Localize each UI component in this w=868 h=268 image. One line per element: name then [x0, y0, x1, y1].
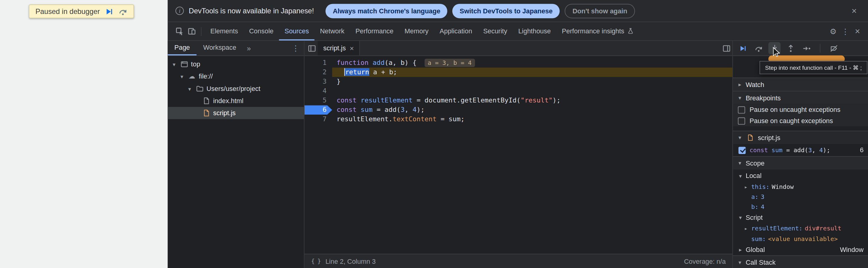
- scope-global-group[interactable]: ▸ Global Window: [733, 244, 868, 255]
- scope-local-group[interactable]: ▾ Local: [733, 170, 868, 182]
- expand-arrow-icon[interactable]: ▸: [743, 184, 749, 190]
- breakpoint-checkbox[interactable]: [738, 146, 746, 154]
- scope-section-header[interactable]: ▾ Scope: [733, 156, 868, 170]
- collapse-arrow-icon[interactable]: ▾: [737, 173, 743, 179]
- infobar-close-icon[interactable]: ×: [848, 5, 860, 17]
- expand-arrow-icon[interactable]: ▾: [171, 61, 177, 67]
- dont-show-again-button[interactable]: Don't show again: [565, 4, 635, 18]
- pause-uncaught-exceptions-row[interactable]: Pause on uncaught exceptions: [733, 104, 868, 116]
- collapse-arrow-icon[interactable]: ▾: [737, 135, 743, 141]
- tab-security[interactable]: Security: [478, 22, 513, 40]
- devtools-close-icon[interactable]: ×: [851, 25, 864, 37]
- step-out-icon[interactable]: [784, 42, 797, 54]
- tree-item-label: Users/user/project: [207, 85, 260, 93]
- tab-console[interactable]: Console: [244, 22, 279, 40]
- line-number[interactable]: 4: [305, 86, 332, 96]
- debugger-sections: ▸ Watch ▾ Breakpoints Pause on uncaught …: [733, 56, 868, 268]
- navigator-toolbar: Page Workspace » ⋮: [168, 41, 304, 56]
- step-over-icon[interactable]: [119, 7, 128, 16]
- code-editor[interactable]: 1 function add(a, b) {a = 3, b = 4 2 ret…: [305, 56, 732, 254]
- step-icon[interactable]: [800, 42, 812, 54]
- line-number[interactable]: 5: [305, 96, 332, 105]
- navigator-tab-workspace[interactable]: Workspace: [197, 41, 243, 56]
- line-number[interactable]: 3: [305, 77, 332, 86]
- pause-uncaught-checkbox[interactable]: [738, 106, 745, 113]
- code-line-1[interactable]: 1 function add(a, b) {a = 3, b = 4: [305, 58, 732, 68]
- deactivate-breakpoints-icon[interactable]: [828, 42, 840, 54]
- expand-arrow-icon[interactable]: ▸: [743, 226, 749, 232]
- code-line-6-breakpoint[interactable]: 6 const sum = add(3, 4);: [305, 105, 732, 115]
- navigator-tab-page[interactable]: Page: [168, 41, 197, 56]
- scope-var-name: b:: [751, 203, 758, 210]
- line-number[interactable]: 2: [305, 68, 332, 77]
- breakpoint-file-group[interactable]: ▾ script.js: [733, 131, 868, 144]
- pause-caught-checkbox[interactable]: [738, 117, 745, 124]
- collapse-arrow-icon[interactable]: ▾: [737, 214, 743, 220]
- settings-gear-icon[interactable]: ⚙: [827, 25, 839, 37]
- hide-navigator-icon[interactable]: [306, 42, 318, 54]
- tab-elements[interactable]: Elements: [205, 22, 244, 40]
- tab-application[interactable]: Application: [434, 22, 478, 40]
- file-tab-script-js[interactable]: script.js ×: [318, 41, 360, 56]
- code-line-4[interactable]: 4: [305, 86, 732, 96]
- more-tabs-icon[interactable]: »: [243, 41, 255, 56]
- collapse-arrow-icon[interactable]: ▾: [737, 160, 743, 166]
- resume-script-icon[interactable]: [736, 42, 748, 54]
- tree-item-top[interactable]: ▾ top: [168, 58, 304, 70]
- match-chrome-language-button[interactable]: Always match Chrome's language: [326, 4, 447, 18]
- call-stack-section-header[interactable]: ▾ Call Stack: [733, 255, 868, 268]
- line-number[interactable]: 7: [305, 115, 332, 124]
- inspect-element-icon[interactable]: [173, 25, 185, 37]
- frame-icon: [179, 60, 189, 68]
- breakpoints-section-header[interactable]: ▾ Breakpoints: [733, 91, 868, 104]
- scope-var-name: this:: [751, 183, 770, 190]
- scope-var-name: resultElement:: [751, 225, 802, 232]
- close-tab-icon[interactable]: ×: [350, 44, 354, 52]
- scope-a[interactable]: a: 3: [733, 191, 868, 202]
- panel-toggle-icon[interactable]: [720, 42, 732, 54]
- code-line-5[interactable]: 5 const resultElement = document.getElem…: [305, 96, 732, 105]
- collapse-arrow-icon[interactable]: ▸: [737, 82, 743, 88]
- code-line-2-execution[interactable]: 2 return a + b;: [305, 68, 732, 77]
- breakpoint-marker[interactable]: 6: [305, 105, 332, 115]
- tab-performance-insights[interactable]: Performance insights: [556, 22, 639, 40]
- device-toolbar-icon[interactable]: [185, 25, 197, 37]
- kebab-menu-icon[interactable]: ⋮: [839, 25, 851, 37]
- navigator-menu-icon[interactable]: ⋮: [290, 42, 302, 54]
- breakpoint-entry[interactable]: const sum = add(3, 4); 6: [733, 144, 868, 156]
- scope-result-element[interactable]: ▸ resultElement: div#result: [733, 223, 868, 234]
- collapse-arrow-icon[interactable]: ▾: [737, 259, 743, 265]
- pause-caught-exceptions-row[interactable]: Pause on caught exceptions: [733, 115, 868, 126]
- resume-script-icon[interactable]: [105, 7, 114, 16]
- breakpoint-code: const sum = add(3, 4);: [749, 146, 830, 154]
- tab-network[interactable]: Network: [314, 22, 350, 40]
- scope-sum[interactable]: sum: <value unavailable>: [733, 234, 868, 244]
- tree-item-label: script.js: [213, 109, 236, 117]
- expand-arrow-icon[interactable]: ▾: [179, 73, 185, 80]
- tree-item-index-html[interactable]: index.html: [168, 95, 304, 107]
- scope-script-group[interactable]: ▾ Script: [733, 212, 868, 223]
- line-number[interactable]: 1: [305, 58, 332, 68]
- sources-panel: Page Workspace » ⋮ ▾ top ▾ ☁: [168, 41, 868, 268]
- tree-item-project-folder[interactable]: ▾ Users/user/project: [168, 83, 304, 95]
- language-infobar: i DevTools is now available in Japanese!…: [168, 0, 868, 22]
- switch-devtools-japanese-button[interactable]: Switch DevTools to Japanese: [453, 4, 560, 18]
- watch-section-header[interactable]: ▸ Watch: [733, 78, 868, 91]
- expand-arrow-icon[interactable]: ▸: [737, 246, 743, 252]
- tab-sources[interactable]: Sources: [279, 22, 314, 40]
- tree-item-file-scheme[interactable]: ▾ ☁ file://: [168, 70, 304, 83]
- scope-this[interactable]: ▸ this: Window: [733, 182, 868, 191]
- expand-arrow-icon[interactable]: ▾: [187, 86, 193, 92]
- format-braces-icon[interactable]: { }: [311, 258, 320, 265]
- code-line-3[interactable]: 3 }: [305, 77, 732, 86]
- tab-memory[interactable]: Memory: [399, 22, 434, 40]
- tree-item-script-js[interactable]: script.js: [168, 107, 304, 119]
- paused-banner-label: Paused in debugger: [35, 7, 100, 16]
- scope-b[interactable]: b: 4: [733, 202, 868, 212]
- tab-performance[interactable]: Performance: [350, 22, 399, 40]
- tab-lighthouse[interactable]: Lighthouse: [513, 22, 556, 40]
- collapse-arrow-icon[interactable]: ▾: [737, 95, 743, 101]
- code-line-7[interactable]: 7 resultElement.textContent = sum;: [305, 115, 732, 124]
- devtools-window: i DevTools is now available in Japanese!…: [168, 0, 868, 268]
- step-over-icon[interactable]: [752, 42, 764, 54]
